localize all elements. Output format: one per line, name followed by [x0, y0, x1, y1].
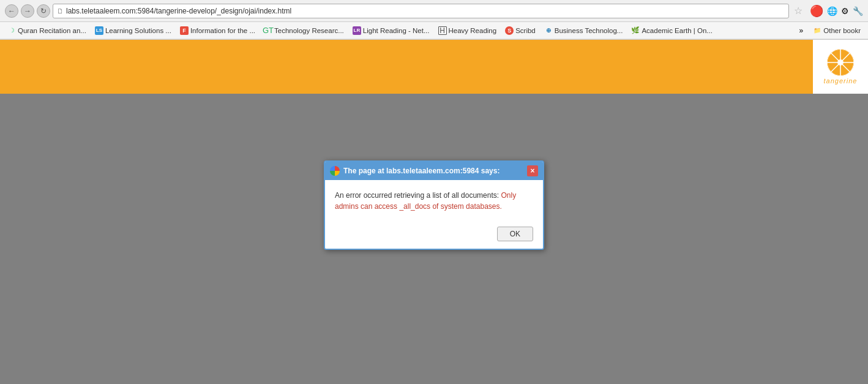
bookmark-lr-label: Light Reading - Net... [363, 27, 430, 34]
bookmarks-bar: ☽ Quran Recitation an... LS Learning Sol… [0, 22, 868, 39]
tangerine-circle-icon [827, 49, 854, 76]
bookmark-scribd-label: Scribd [515, 27, 536, 34]
bookmark-gt-label: Technology Researc... [274, 27, 344, 34]
bookmark-ae-icon: 🌿 [631, 26, 640, 35]
bookmark-ls-icon: LS [95, 26, 103, 35]
url-text: labs.teletaaleem.com:5984/tangerine-deve… [66, 7, 291, 15]
dialog-title: The page at labs.teletaaleem.com:5984 sa… [343, 167, 523, 175]
dialog-footer: OK [325, 222, 543, 249]
bookmark-lr-icon: LR [353, 26, 361, 35]
bookmark-hr-label: Heavy Reading [449, 27, 497, 34]
forward-button[interactable]: → [21, 4, 34, 18]
dialog-title-bar: The page at labs.teletaaleem.com:5984 sa… [325, 162, 543, 180]
bookmark-info-label: Information for the ... [190, 27, 255, 34]
chrome-icon [330, 166, 340, 176]
bookmark-quran-icon: ☽ [7, 26, 16, 35]
bookmark-hr-icon: H [438, 26, 447, 35]
browser-chrome: ← → ↻ 🗋 labs.teletaaleem.com:5984/tanger… [0, 0, 868, 40]
back-button[interactable]: ← [5, 4, 18, 18]
refresh-button[interactable]: ↻ [37, 4, 50, 18]
page-header: tangerine [0, 40, 868, 94]
dialog-ok-button[interactable]: OK [497, 227, 533, 241]
ext-icon-3: ⚙ [841, 6, 849, 16]
bookmark-ae[interactable]: 🌿 Academic Earth | On... [627, 24, 716, 37]
bookmark-quran[interactable]: ☽ Quran Recitation an... [4, 24, 90, 37]
dialog-close-button[interactable]: × [527, 165, 538, 176]
bookmark-ls-label: Learning Solutions ... [105, 27, 171, 34]
bookmark-other-folder[interactable]: 📁 Other bookr [809, 24, 864, 37]
bookmark-hr[interactable]: H Heavy Reading [435, 24, 501, 37]
bookmark-quran-label: Quran Recitation an... [18, 27, 86, 34]
bookmark-info[interactable]: F Information for the ... [176, 24, 259, 37]
bookmark-bt-icon: ⊕ [544, 26, 553, 35]
bookmark-scribd-icon: S [505, 26, 514, 35]
tangerine-brand-text: tangerine [824, 77, 858, 85]
bookmark-lr[interactable]: LR Light Reading - Net... [349, 24, 433, 37]
dialog-body: An error occurred retrieving a list of a… [325, 180, 543, 222]
bookmark-info-icon: F [180, 26, 189, 35]
ext-icon-4: 🔧 [853, 6, 863, 16]
bookmark-bt-label: Business Technolog... [555, 27, 623, 34]
page-icon: 🗋 [57, 7, 64, 15]
ext-icon-2: 🌐 [827, 6, 837, 16]
tangerine-logo: tangerine [813, 40, 868, 94]
folder-icon: 📁 [813, 26, 821, 35]
bookmarks-more-button[interactable]: » [796, 24, 807, 37]
svg-point-5 [837, 59, 844, 66]
ext-icon-1: 🔴 [810, 4, 823, 18]
bookmark-folder-label: Other bookr [823, 27, 861, 34]
bookmark-ae-label: Academic Earth | On... [642, 27, 712, 34]
bookmark-star-button[interactable]: ☆ [791, 4, 805, 18]
address-bar[interactable]: 🗋 labs.teletaaleem.com:5984/tangerine-de… [53, 4, 789, 18]
dialog-message-prefix: An error occurred retrieving a list of a… [335, 191, 501, 200]
nav-bar: ← → ↻ 🗋 labs.teletaaleem.com:5984/tanger… [0, 0, 868, 22]
bookmark-ls[interactable]: LS Learning Solutions ... [91, 24, 175, 37]
bookmark-gt[interactable]: GT Technology Researc... [260, 24, 348, 37]
page-content: tangerine The page at labs.teletaaleem.c… [0, 40, 868, 371]
alert-dialog: The page at labs.teletaaleem.com:5984 sa… [324, 160, 544, 250]
bookmark-scribd[interactable]: S Scribd [501, 24, 539, 37]
bookmark-bt[interactable]: ⊕ Business Technolog... [541, 24, 627, 37]
bookmark-gt-icon: GT [264, 26, 272, 35]
